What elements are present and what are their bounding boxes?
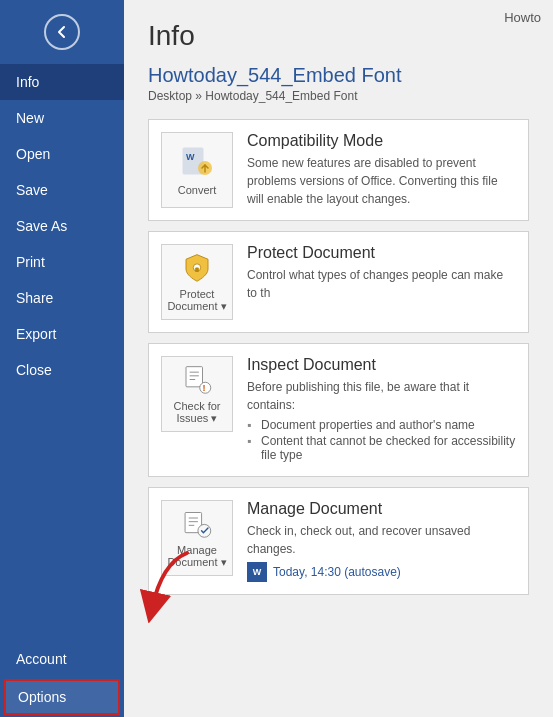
top-right-text: Howto	[504, 10, 541, 25]
page-title: Info	[148, 20, 529, 52]
protect-desc: Control what types of changes people can…	[247, 266, 516, 302]
svg-text:!: !	[203, 383, 206, 393]
sidebar-item-share[interactable]: Share	[0, 280, 124, 316]
sidebar-item-save-as[interactable]: Save As	[0, 208, 124, 244]
inspect-bullets: Document properties and author's name Co…	[247, 418, 516, 462]
manage-desc: Check in, check out, and recover unsaved…	[247, 522, 516, 558]
manage-card: Manage Document ▾ Manage Document Check …	[148, 487, 529, 595]
breadcrumb: Desktop » Howtoday_544_Embed Font	[148, 89, 529, 103]
convert-icon: W	[179, 144, 215, 180]
convert-label: Convert	[178, 184, 217, 196]
manage-icon	[179, 507, 215, 540]
document-title: Howtoday_544_Embed Font	[148, 64, 529, 87]
protect-content: Protect Document Control what types of c…	[247, 244, 516, 302]
autosave-row: W Today, 14:30 (autosave)	[247, 562, 516, 582]
protect-card: Protect Document ▾ Protect Document Cont…	[148, 231, 529, 333]
sidebar-item-info[interactable]: Info	[0, 64, 124, 100]
protect-title: Protect Document	[247, 244, 516, 262]
manage-title: Manage Document	[247, 500, 516, 518]
protect-button[interactable]: Protect Document ▾	[161, 244, 233, 320]
sidebar-item-new[interactable]: New	[0, 100, 124, 136]
inspect-card: ! Check for Issues ▾ Inspect Document Be…	[148, 343, 529, 477]
sidebar-item-account[interactable]: Account	[0, 641, 124, 677]
compatibility-title: Compatibility Mode	[247, 132, 516, 150]
svg-rect-4	[195, 268, 199, 273]
sidebar-item-print[interactable]: Print	[0, 244, 124, 280]
manage-content: Manage Document Check in, check out, and…	[247, 500, 516, 582]
sidebar-item-options[interactable]: Options	[4, 679, 120, 715]
inspect-title: Inspect Document	[247, 356, 516, 374]
inspect-desc: Before publishing this file, be aware th…	[247, 378, 516, 414]
word-mini-icon: W	[247, 562, 267, 582]
sidebar-item-open[interactable]: Open	[0, 136, 124, 172]
back-circle-icon[interactable]	[44, 14, 80, 50]
compatibility-content: Compatibility Mode Some new features are…	[247, 132, 516, 208]
bullet-item: Content that cannot be checked for acces…	[247, 434, 516, 462]
sidebar-item-save[interactable]: Save	[0, 172, 124, 208]
autosave-text: Today, 14:30 (autosave)	[273, 565, 401, 579]
inspect-icon: !	[179, 363, 215, 396]
protect-label: Protect Document ▾	[167, 288, 226, 313]
protect-icon	[179, 251, 215, 284]
inspect-content: Inspect Document Before publishing this …	[247, 356, 516, 464]
sidebar: Info New Open Save Save As Print Share E…	[0, 0, 124, 717]
manage-label: Manage Document ▾	[167, 544, 226, 569]
sidebar-item-close[interactable]: Close	[0, 352, 124, 388]
compatibility-desc: Some new features are disabled to preven…	[247, 154, 516, 208]
sidebar-item-export[interactable]: Export	[0, 316, 124, 352]
compatibility-card: W Convert Compatibility Mode Some new fe…	[148, 119, 529, 221]
svg-text:W: W	[186, 152, 195, 162]
check-issues-button[interactable]: ! Check for Issues ▾	[161, 356, 233, 432]
svg-rect-5	[186, 367, 203, 387]
back-button[interactable]	[0, 0, 124, 64]
main-content: Howto Info Howtoday_544_Embed Font Deskt…	[124, 0, 553, 717]
bullet-item: Document properties and author's name	[247, 418, 516, 432]
arrow-left-icon	[53, 23, 71, 41]
check-issues-label: Check for Issues ▾	[173, 400, 220, 425]
convert-button[interactable]: W Convert	[161, 132, 233, 208]
manage-button[interactable]: Manage Document ▾	[161, 500, 233, 576]
